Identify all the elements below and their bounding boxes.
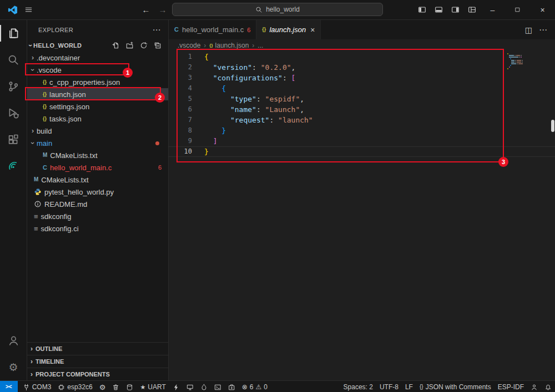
tree-item-label: c_cpp_properties.json xyxy=(49,78,120,86)
activity-source-control[interactable] xyxy=(0,73,27,100)
status-encoding[interactable]: UTF-8 xyxy=(376,381,402,392)
status-build-flash-monitor[interactable] xyxy=(197,381,211,392)
code-line-5[interactable]: 5 "type": "espidf", xyxy=(169,94,555,104)
status-label: 6 xyxy=(250,383,254,391)
line-number: 4 xyxy=(169,83,200,94)
section-outline[interactable]: ›OUTLINE xyxy=(27,342,168,355)
tree-file-launch-json[interactable]: {}launch.json xyxy=(27,88,168,100)
collapse-all-button[interactable] xyxy=(153,40,163,50)
back-button[interactable]: ← xyxy=(138,2,154,18)
code-text: { xyxy=(200,52,209,62)
tree-file-readme-md[interactable]: README.md xyxy=(27,198,168,210)
code-line-10[interactable]: 10} xyxy=(169,146,555,157)
minimap[interactable] xyxy=(507,53,547,69)
workspace-root[interactable]: › HELLO_WORLD xyxy=(27,39,168,52)
tree-folder-devcontainer[interactable]: ›.devcontainer xyxy=(27,52,168,64)
token: "launch" xyxy=(278,116,313,124)
activity-search[interactable] xyxy=(0,47,27,73)
token: [ xyxy=(291,74,296,82)
activity-accounts[interactable] xyxy=(0,327,27,354)
tree-file-c-cpp-properties-json[interactable]: {}c_cpp_properties.json xyxy=(27,76,168,88)
editor-actions-button[interactable]: ⋯ xyxy=(539,26,547,34)
activity-run-and-debug[interactable] xyxy=(0,100,27,126)
activity-extensions[interactable] xyxy=(0,126,27,153)
code-line-6[interactable]: 6 "name": "Launch", xyxy=(169,104,555,115)
maximize-button[interactable] xyxy=(505,0,530,19)
toggle-secondary-sidebar-button[interactable] xyxy=(447,2,463,18)
code-line-2[interactable]: 2 "version": "0.2.0", xyxy=(169,62,555,73)
status-indentation[interactable]: Spaces: 2 xyxy=(340,381,376,392)
status-remote-indicator[interactable]: >< xyxy=(0,381,18,392)
code-line-3[interactable]: 3 "configurations": [ xyxy=(169,73,555,83)
tree-folder-main[interactable]: ›main xyxy=(27,137,168,149)
code-line-7[interactable]: 7 "request": "launch" xyxy=(169,115,555,125)
status-serial-port[interactable]: COM3 xyxy=(19,381,55,392)
status-problems[interactable]: ⊗6⚠0 xyxy=(239,381,271,392)
tree-file-sdkconfig[interactable]: ≡sdkconfig xyxy=(27,210,168,222)
tab-hello-world-main-c[interactable]: Chello_world_main.c6 xyxy=(169,20,256,39)
tab-close-icon[interactable]: × xyxy=(310,26,315,34)
breadcrumb-item-vscode[interactable]: .vscode xyxy=(178,42,200,49)
status-flash-device[interactable] xyxy=(169,381,183,392)
status-device-target[interactable]: esp32c6 xyxy=(54,381,95,392)
tree-folder-vscode[interactable]: ›.vscode xyxy=(27,64,168,76)
tab-launch-json[interactable]: {}launch.json× xyxy=(256,20,321,39)
status-flash-method[interactable]: ★UART xyxy=(137,381,169,392)
new-file-button[interactable] xyxy=(111,40,121,50)
config-icon: ≡ xyxy=(34,225,38,232)
section-project-components[interactable]: ›PROJECT COMPONENTS xyxy=(27,368,168,380)
minimize-button[interactable]: – xyxy=(480,0,505,19)
section-timeline[interactable]: ›TIMELINE xyxy=(27,355,168,368)
status-left: ><COM3esp32c6⚙★UART⊗6⚠0 xyxy=(0,381,271,392)
search-box[interactable]: hello_world xyxy=(172,3,383,16)
token xyxy=(204,74,213,82)
close-button[interactable]: × xyxy=(530,0,555,19)
status-label: COM3 xyxy=(32,383,52,391)
explorer-more-button[interactable]: ⋯ xyxy=(150,24,163,36)
split-editor-button[interactable]: ◫ xyxy=(525,26,532,34)
line-number: 5 xyxy=(169,94,200,104)
gear-icon: ⚙ xyxy=(99,384,106,391)
tree-file-hello-world-main-c[interactable]: Chello_world_main.c6 xyxy=(27,161,168,174)
code-line-9[interactable]: 9 ] xyxy=(169,136,555,146)
status-language-mode[interactable]: {}JSON with Comments xyxy=(416,381,495,392)
activity-esp-idf[interactable] xyxy=(0,153,27,180)
token xyxy=(204,95,230,103)
code-line-8[interactable]: 8 } xyxy=(169,125,555,136)
status-build-project[interactable] xyxy=(123,381,137,392)
new-folder-button[interactable] xyxy=(125,40,135,50)
customize-layout-button[interactable] xyxy=(463,2,480,18)
scrollbar-thumb[interactable] xyxy=(551,120,554,132)
toggle-sidebar-button[interactable] xyxy=(413,2,430,18)
status-idf-terminal[interactable] xyxy=(211,381,225,392)
breadcrumb-item-n2[interactable]: ... xyxy=(258,42,263,49)
vscode-logo-icon xyxy=(6,2,20,18)
tree-file-tasks-json[interactable]: {}tasks.json xyxy=(27,113,168,125)
breadcrumb-item-launch-json[interactable]: {}launch.json xyxy=(209,42,249,49)
activity-manage[interactable]: ⚙ xyxy=(0,354,27,380)
code-line-4[interactable]: 4 { xyxy=(169,83,555,94)
status-feedback[interactable] xyxy=(527,381,541,392)
code-line-1[interactable]: 1{ xyxy=(169,52,555,62)
tree-file-settings-json[interactable]: {}settings.json xyxy=(27,100,168,113)
status-notifications[interactable] xyxy=(541,381,555,392)
tree-folder-build[interactable]: ›build xyxy=(27,125,168,137)
breadcrumb-label: launch.json xyxy=(215,42,249,49)
tree-file-cmakelists-txt[interactable]: MCMakeLists.txt xyxy=(27,149,168,161)
status-espidf-extension[interactable]: ESP-IDF xyxy=(495,381,527,392)
status-eol[interactable]: LF xyxy=(402,381,416,392)
tree-file-cmakelists-txt[interactable]: MCMakeLists.txt xyxy=(27,174,168,186)
tree-file-sdkconfig-ci[interactable]: ≡sdkconfig.ci xyxy=(27,222,168,235)
menu-button[interactable] xyxy=(20,2,37,18)
forward-button[interactable]: → xyxy=(154,2,171,18)
code-editor[interactable]: 1{2 "version": "0.2.0",3 "configurations… xyxy=(169,52,555,380)
refresh-button[interactable] xyxy=(139,40,149,50)
status-custom-task[interactable] xyxy=(225,381,239,392)
minimap-token xyxy=(522,62,523,63)
status-full-clean[interactable] xyxy=(109,381,123,392)
activity-explorer[interactable] xyxy=(0,20,27,47)
toggle-panel-button[interactable] xyxy=(430,2,447,18)
tree-file-pytest-hello-world-py[interactable]: pytest_hello_world.py xyxy=(27,186,168,198)
status-monitor-device[interactable] xyxy=(183,381,197,392)
status-menuconfig[interactable]: ⚙ xyxy=(96,381,109,392)
